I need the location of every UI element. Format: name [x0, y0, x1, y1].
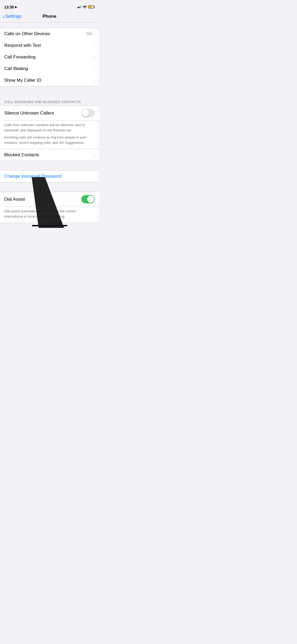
row-right-blocked-contacts: ›: [93, 153, 95, 157]
row-right-call-forwarding: ›: [93, 55, 95, 59]
section-group-1: Calls on Other Devices On › Respond with…: [0, 28, 99, 86]
row-label-respond-with-text: Respond with Text: [4, 43, 93, 48]
row-label-call-waiting: Call Waiting: [4, 66, 93, 71]
row-right-show-my-caller-id: ›: [93, 78, 95, 82]
row-value-calls-on-other-devices: On: [87, 31, 93, 36]
back-chevron-icon: ‹: [3, 14, 4, 19]
chevron-icon-call-forwarding: ›: [93, 55, 95, 59]
home-bar: [32, 225, 67, 226]
section-gap-3: [0, 182, 99, 192]
toggle-dial-assist[interactable]: [81, 195, 95, 203]
silence-description: Calls from unknown numbers will be silen…: [0, 120, 99, 149]
section-group-3: Change Voicemail Password: [0, 170, 99, 182]
row-call-forwarding[interactable]: Call Forwarding ›: [0, 51, 99, 63]
signal-bar-2: [78, 7, 79, 8]
row-right-calls-on-other-devices: On ›: [87, 31, 95, 36]
row-blocked-contacts[interactable]: Blocked Contacts ›: [0, 149, 99, 161]
row-label-calls-on-other-devices: Calls on Other Devices: [4, 31, 87, 36]
section-gap-1: [0, 86, 99, 96]
row-dial-assist[interactable]: Dial Assist: [0, 192, 99, 206]
row-show-my-caller-id[interactable]: Show My Caller ID ›: [0, 75, 99, 86]
section-group-4: Dial Assist Dial assist automatically de…: [0, 192, 99, 223]
location-icon: ▶: [15, 5, 17, 9]
row-respond-with-text[interactable]: Respond with Text ›: [0, 40, 99, 51]
row-call-waiting[interactable]: Call Waiting ›: [0, 63, 99, 75]
wifi-icon: [83, 5, 87, 8]
section-gap-top: [0, 22, 99, 28]
svg-rect-2: [94, 6, 95, 8]
section-header-call-silencing: CALL SILENCING AND BLOCKED CONTACTS: [0, 96, 99, 105]
row-label-call-forwarding: Call Forwarding: [4, 54, 93, 60]
back-label: Settings: [5, 14, 21, 19]
chevron-icon-calls-on-other-devices: ›: [93, 32, 95, 36]
section-gap-2: [0, 161, 99, 170]
row-label-change-voicemail-password: Change Voicemail Password: [4, 174, 95, 179]
dial-assist-description-text: Dial assist automatically determines the…: [4, 209, 95, 219]
status-bar: 13:35 ▶: [0, 0, 99, 12]
page-title: Phone: [43, 14, 56, 19]
silence-description-1: Calls from unknown numbers will be silen…: [4, 122, 95, 133]
row-label-blocked-contacts: Blocked Contacts: [4, 152, 93, 158]
status-icons: [77, 5, 95, 8]
signal-bar-4: [81, 6, 81, 8]
toggle-thumb-dial-assist: [87, 196, 94, 203]
signal-bars: [77, 6, 81, 8]
signal-bar-3: [79, 6, 80, 8]
row-right-call-waiting: ›: [93, 67, 95, 71]
silence-description-2: Incoming calls will continue to ring fro…: [4, 135, 95, 145]
svg-point-0: [84, 8, 85, 8]
back-button[interactable]: ‹ Settings: [3, 14, 21, 19]
svg-rect-3: [89, 6, 92, 8]
home-indicator: [0, 223, 99, 228]
dial-assist-description: Dial assist automatically determines the…: [0, 206, 99, 223]
toggle-thumb-silence: [82, 109, 89, 117]
battery-icon: [88, 5, 95, 8]
chevron-icon-respond-with-text: ›: [93, 43, 95, 48]
section-group-2: Silence Unknown Callers Calls from unkno…: [0, 105, 99, 161]
page-wrapper: 13:35 ▶ ‹: [0, 0, 99, 228]
chevron-icon-call-waiting: ›: [93, 67, 95, 71]
row-label-silence-unknown-callers: Silence Unknown Callers: [4, 111, 81, 116]
row-right-respond-with-text: ›: [93, 43, 95, 48]
nav-bar: ‹ Settings Phone: [0, 12, 99, 22]
row-change-voicemail-password[interactable]: Change Voicemail Password: [0, 171, 99, 182]
signal-bar-1: [77, 7, 78, 8]
row-label-dial-assist: Dial Assist: [4, 197, 81, 202]
chevron-icon-blocked-contacts: ›: [93, 153, 95, 157]
row-label-show-my-caller-id: Show My Caller ID: [4, 78, 93, 83]
toggle-silence-unknown-callers[interactable]: [81, 109, 95, 117]
status-time: 13:35: [4, 5, 14, 9]
chevron-icon-show-my-caller-id: ›: [93, 78, 95, 82]
row-silence-unknown-callers[interactable]: Silence Unknown Callers: [0, 106, 99, 120]
row-calls-on-other-devices[interactable]: Calls on Other Devices On ›: [0, 28, 99, 40]
